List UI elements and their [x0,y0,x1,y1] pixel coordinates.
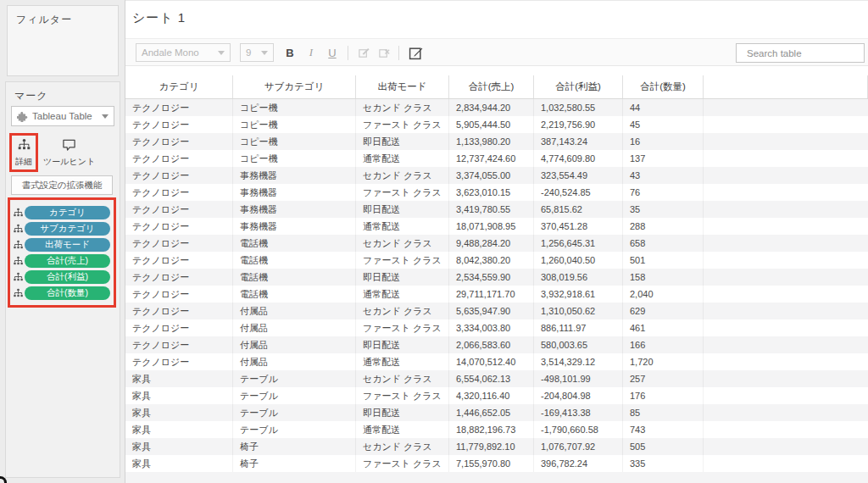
table-cell[interactable]: 事務機器 [233,201,356,218]
table-cell[interactable]: -1,790,660.58 [534,421,623,438]
table-cell[interactable]: 580,003.65 [534,336,623,353]
column-header[interactable]: 合計(数量) [623,75,704,98]
table-cell[interactable]: 家具 [125,370,233,387]
table-cell[interactable]: ファースト クラス [356,319,449,336]
table-cell[interactable]: 事務機器 [233,184,356,201]
table-cell[interactable] [704,319,868,336]
table-cell[interactable]: テクノロジー [125,336,233,353]
table-cell[interactable]: テーブル [233,404,356,421]
table-cell[interactable]: 1,133,980.20 [449,133,534,150]
table-cell[interactable]: 743 [623,421,704,438]
table-cell[interactable]: 2,219,756.90 [534,116,623,133]
table-cell[interactable]: 7,155,970.80 [449,455,534,472]
table-cell[interactable]: 1,032,580.55 [534,99,623,116]
table-cell[interactable]: 電話機 [233,235,356,252]
table-cell[interactable]: 通常配送 [356,150,449,167]
mark-pill[interactable]: 合計(数量) [25,286,110,300]
column-header[interactable]: サブカテゴリ [233,75,356,98]
table-cell[interactable]: テクノロジー [125,167,233,184]
mark-pill[interactable]: サブカテゴリ [25,222,110,236]
table-cell[interactable]: 1,310,050.62 [534,303,623,319]
table-cell[interactable]: 1,446,652.05 [449,404,534,421]
table-cell[interactable]: 即日配送 [356,269,449,286]
table-cell[interactable]: 396,782.24 [534,455,623,472]
table-cell[interactable]: 1,076,707.92 [534,438,623,455]
table-cell[interactable]: 29,711,171.70 [449,286,534,303]
column-header[interactable]: カテゴリ [125,75,233,98]
table-cell[interactable]: 166 [623,336,704,353]
table-cell[interactable] [704,286,868,303]
font-family-select[interactable]: Andale Mono [136,43,231,62]
table-cell[interactable]: テーブル [233,387,356,404]
table-cell[interactable]: 1,720 [623,353,704,370]
table-cell[interactable]: セカンド クラス [356,235,449,252]
table-cell[interactable]: 通常配送 [356,421,449,438]
table-cell[interactable]: ファースト クラス [356,387,449,404]
table-cell[interactable]: 4,320,116.40 [449,387,534,404]
table-cell[interactable]: 137 [623,150,704,167]
table-cell[interactable]: テーブル [233,370,356,387]
table-cell[interactable]: セカンド クラス [356,370,449,387]
table-cell[interactable]: 2,066,583.60 [449,336,534,353]
table-cell[interactable]: テクノロジー [125,99,233,116]
table-cell[interactable]: テクノロジー [125,235,233,252]
edit-button[interactable] [407,43,424,62]
table-cell[interactable]: 288 [623,218,704,235]
table-cell[interactable]: 461 [623,319,704,336]
table-cell[interactable]: 8,042,380.20 [449,252,534,269]
table-cell[interactable]: 2,834,944.20 [449,99,534,116]
table-cell[interactable]: 家具 [125,455,233,472]
table-cell[interactable]: 176 [623,387,704,404]
table-cell[interactable]: 370,451.28 [534,218,623,235]
table-cell[interactable] [704,99,868,116]
table-cell[interactable]: テーブル [233,421,356,438]
table-cell[interactable] [704,150,868,167]
column-header[interactable]: 合計(利益) [534,75,623,98]
table-cell[interactable]: 3,514,329.12 [534,353,623,370]
table-cell[interactable]: 3,419,780.55 [449,201,534,218]
table-cell[interactable]: 3,374,055.00 [449,167,534,184]
table-cell[interactable]: 886,111.97 [534,319,623,336]
table-cell[interactable]: 308,019.56 [534,269,623,286]
table-cell[interactable]: 家具 [125,421,233,438]
table-cell[interactable] [704,235,868,252]
table-cell[interactable]: 16 [623,133,704,150]
table-cell[interactable]: 1,260,040.50 [534,252,623,269]
table-cell[interactable]: テクノロジー [125,184,233,201]
table-cell[interactable]: 電話機 [233,252,356,269]
table-cell[interactable]: セカンド クラス [356,303,449,319]
table-cell[interactable]: ファースト クラス [356,116,449,133]
table-cell[interactable] [704,387,868,404]
mark-type-dropdown[interactable]: Tableau Table [11,106,114,126]
table-cell[interactable]: テクノロジー [125,319,233,336]
column-header[interactable] [704,75,868,98]
table-cell[interactable]: 付属品 [233,303,356,319]
table-cell[interactable]: テクノロジー [125,286,233,303]
table-cell[interactable] [704,303,868,319]
table-cell[interactable]: テクノロジー [125,116,233,133]
table-cell[interactable]: コピー機 [233,99,356,116]
table-cell[interactable]: ファースト クラス [356,252,449,269]
table-cell[interactable]: 通常配送 [356,353,449,370]
table-cell[interactable]: コピー機 [233,133,356,150]
column-header[interactable]: 合計(売上) [449,75,534,98]
mark-pill[interactable]: 合計(売上) [25,254,110,268]
table-cell[interactable] [704,421,868,438]
table-cell[interactable]: セカンド クラス [356,99,449,116]
table-cell[interactable]: 電話機 [233,286,356,303]
table-cell[interactable]: 9,488,284.20 [449,235,534,252]
table-cell[interactable]: 1,256,645.31 [534,235,623,252]
table-cell[interactable]: 即日配送 [356,336,449,353]
table-cell[interactable]: テクノロジー [125,133,233,150]
table-cell[interactable]: 即日配送 [356,133,449,150]
table-cell[interactable] [704,167,868,184]
table-cell[interactable]: 65,815.62 [534,201,623,218]
table-cell[interactable]: 家具 [125,438,233,455]
detail-button[interactable]: 詳細 [9,133,38,172]
clear-format-button[interactable] [376,43,392,62]
table-cell[interactable]: 4,774,609.80 [534,150,623,167]
table-cell[interactable]: 3,334,003.80 [449,319,534,336]
table-cell[interactable]: 家具 [125,404,233,421]
table-cell[interactable]: 335 [623,455,704,472]
table-cell[interactable]: ファースト クラス [356,455,449,472]
